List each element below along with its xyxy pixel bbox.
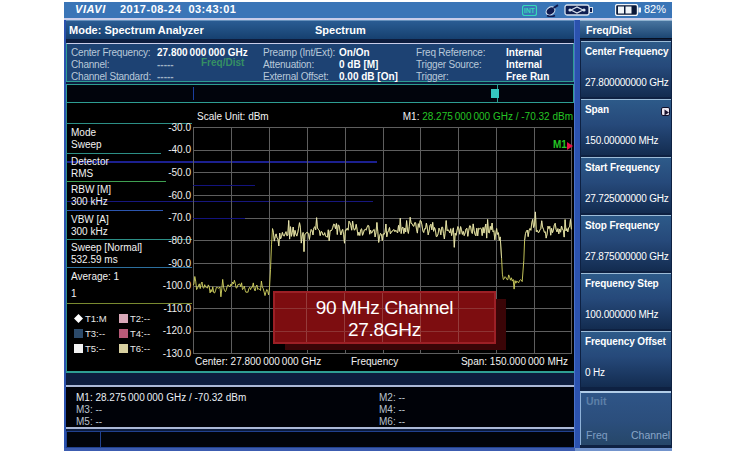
svg-text:INT: INT [524,7,536,14]
